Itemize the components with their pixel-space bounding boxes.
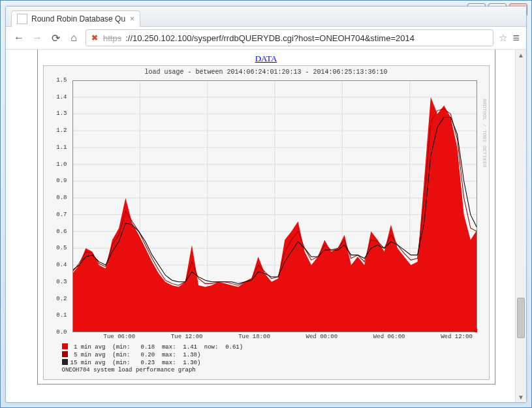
scroll-down-arrow-icon[interactable]: ▼ [516, 392, 526, 402]
plot-area [72, 80, 477, 332]
data-link[interactable]: DATA [38, 50, 495, 65]
tab-close-icon[interactable]: × [130, 14, 134, 24]
tab-title: Round Robin Database Qu [31, 14, 126, 24]
legend-row-1min: 1 min avg (min: 0.18 max: 1.41 now: 0.61… [62, 343, 243, 351]
browser-window: Round Robin Database Qu × ← → ⟳ ⌂ ✖ http… [5, 6, 527, 403]
scroll-up-arrow-icon[interactable]: ▲ [516, 50, 526, 60]
browser-tab[interactable]: Round Robin Database Qu × [11, 10, 140, 27]
reload-button[interactable]: ⟳ [49, 31, 62, 44]
address-bar[interactable]: ✖ https://10.250.102.100/sysperf/rrdbQUE… [86, 29, 493, 46]
os-window: — □ ✕ Round Robin Database Qu × ← → ⟳ ⌂ … [0, 0, 532, 408]
url-text: ://10.250.102.100/sysperf/rrdbQUERYDB.cg… [125, 33, 415, 43]
y-axis-labels: 0.00.10.20.30.40.50.60.70.80.91.01.11.21… [44, 80, 70, 332]
page-content: DATA load usage - between 2014:06:24:01:… [37, 50, 495, 384]
forward-button[interactable]: → [31, 31, 44, 44]
legend-row-15min: 15 min avg (min: 0.23 max: 1.30) [62, 359, 243, 367]
tab-strip: Round Robin Database Qu × [6, 7, 526, 27]
home-button[interactable]: ⌂ [67, 31, 80, 44]
legend-swatch-red [62, 343, 68, 349]
chart-title: load usage - between 2014:06:24:01:20:13… [44, 66, 489, 77]
browser-toolbar: ← → ⟳ ⌂ ✖ https://10.250.102.100/sysperf… [6, 27, 526, 50]
back-button[interactable]: ← [12, 31, 25, 44]
chart-svg [72, 80, 477, 332]
legend-swatch-darkred [62, 351, 68, 357]
chart-legend: 1 min avg (min: 0.18 max: 1.41 now: 0.61… [62, 343, 243, 374]
rrdtool-watermark: RRDTOOL / TOBI OETIKER [482, 99, 488, 168]
legend-row-5min: 5 min avg (min: 0.20 max: 1.38) [62, 351, 243, 359]
scroll-thumb[interactable] [517, 298, 525, 338]
url-scheme: https [103, 33, 121, 43]
vertical-scrollbar[interactable]: ▲ ▼ [515, 50, 526, 402]
legend-footer: ONEOH704 system load performance graph [62, 367, 243, 374]
legend-swatch-black [62, 359, 68, 365]
insecure-icon: ✖ [90, 33, 99, 42]
x-axis-labels: Tue 06:00Tue 12:00Tue 18:00Wed 00:00Wed … [72, 334, 477, 343]
page-body: DATA load usage - between 2014:06:24:01:… [6, 50, 526, 402]
bookmark-star-icon[interactable]: ☆ [499, 32, 507, 44]
favicon-icon [17, 14, 27, 24]
menu-icon[interactable]: ≡ [512, 31, 520, 45]
page-viewport: DATA load usage - between 2014:06:24:01:… [6, 50, 526, 402]
rrd-graph: load usage - between 2014:06:24:01:20:13… [43, 65, 490, 380]
